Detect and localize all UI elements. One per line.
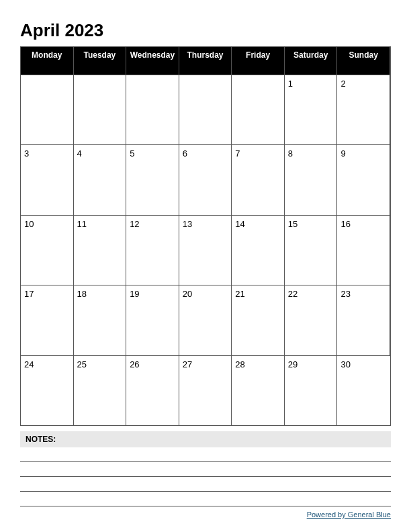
powered-by: Powered by General Blue: [20, 511, 391, 519]
day-header-monday: Monday: [21, 47, 74, 75]
day-number: 2: [340, 79, 345, 89]
day-number: 23: [340, 289, 350, 299]
notes-line: [20, 447, 391, 462]
month-title: April 2023: [20, 20, 391, 41]
day-cell: 8: [285, 144, 338, 215]
day-number: 3: [24, 148, 29, 159]
notes-line: [20, 462, 391, 477]
day-cell: [74, 75, 127, 145]
day-cell: 28: [232, 355, 285, 426]
day-cell: 19: [126, 285, 179, 355]
notes-line: [20, 492, 391, 506]
day-header-sunday: Sunday: [337, 47, 390, 75]
day-number: 28: [235, 359, 244, 369]
day-number: 22: [288, 289, 298, 299]
day-number: 30: [340, 359, 350, 369]
day-cell: 9: [337, 144, 390, 215]
notes-label: NOTES:: [20, 431, 391, 447]
day-header-tuesday: Tuesday: [74, 47, 127, 75]
day-number: 13: [183, 219, 192, 229]
day-cell: [126, 75, 179, 145]
notes-line: [20, 477, 391, 492]
day-number: 12: [130, 219, 139, 229]
day-number: 1: [288, 79, 293, 89]
day-number: 6: [183, 148, 187, 159]
day-header-friday: Friday: [232, 47, 285, 75]
day-cell: 17: [21, 285, 74, 355]
day-number: 5: [130, 148, 134, 159]
day-number: 10: [24, 219, 34, 229]
day-number: 24: [24, 359, 34, 369]
day-cell: 15: [285, 215, 338, 285]
day-cell: 24: [21, 355, 74, 426]
day-cell: 5: [126, 144, 179, 215]
day-number: 15: [288, 219, 298, 229]
day-number: 14: [235, 219, 244, 229]
day-number: 21: [235, 289, 244, 299]
day-number: 11: [77, 219, 87, 229]
day-number: 29: [288, 359, 298, 369]
day-cell: 1: [285, 75, 338, 145]
day-cell: 6: [179, 144, 232, 215]
day-cell: 14: [232, 215, 285, 285]
day-cell: 30: [337, 355, 390, 426]
notes-section: NOTES:: [20, 431, 391, 506]
day-number: 4: [77, 148, 82, 159]
day-number: 18: [77, 289, 87, 299]
day-number: 7: [235, 148, 240, 159]
powered-by-link[interactable]: Powered by General Blue: [307, 511, 391, 519]
day-cell: 18: [74, 285, 127, 355]
day-number: 20: [183, 289, 192, 299]
day-number: 25: [77, 359, 87, 369]
day-cell: 13: [179, 215, 232, 285]
day-number: 8: [288, 148, 293, 159]
day-header-wednesday: Wednesday: [126, 47, 179, 75]
day-cell: 12: [126, 215, 179, 285]
page: April 2023 MondayTuesdayWednesdayThursda…: [0, 0, 411, 532]
day-cell: 26: [126, 355, 179, 426]
notes-lines: [20, 447, 391, 506]
day-cell: 23: [337, 285, 390, 355]
day-cell: 16: [337, 215, 390, 285]
day-cell: 7: [232, 144, 285, 215]
day-cell: 21: [232, 285, 285, 355]
calendar-wrapper: MondayTuesdayWednesdayThursdayFridaySatu…: [20, 46, 391, 426]
day-cell: [21, 75, 74, 145]
day-cell: 22: [285, 285, 338, 355]
day-cell: 29: [285, 355, 338, 426]
calendar-grid: MondayTuesdayWednesdayThursdayFridaySatu…: [21, 47, 390, 425]
day-number: 9: [340, 148, 345, 159]
day-cell: 11: [74, 215, 127, 285]
day-number: 26: [130, 359, 139, 369]
day-cell: 4: [74, 144, 127, 215]
day-number: 19: [130, 289, 139, 299]
day-cell: 25: [74, 355, 127, 426]
day-cell: 10: [21, 215, 74, 285]
day-cell: [232, 75, 285, 145]
day-header-thursday: Thursday: [179, 47, 232, 75]
day-cell: 2: [337, 75, 390, 145]
day-header-saturday: Saturday: [285, 47, 338, 75]
day-cell: 20: [179, 285, 232, 355]
day-number: 16: [340, 219, 350, 229]
day-cell: 27: [179, 355, 232, 426]
day-number: 17: [24, 289, 34, 299]
day-cell: 3: [21, 144, 74, 215]
day-number: 27: [183, 359, 192, 369]
day-cell: [179, 75, 232, 145]
